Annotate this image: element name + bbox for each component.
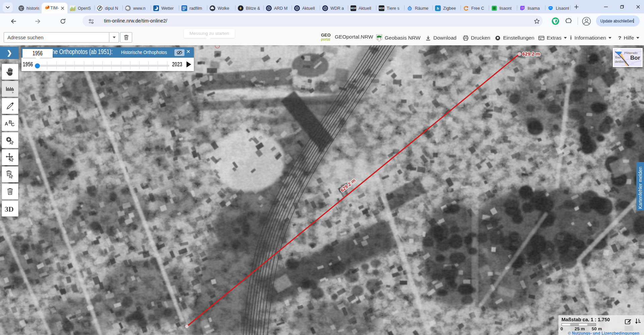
- svg-text:Bad: Bad: [615, 55, 621, 59]
- svg-text:Bor: Bor: [630, 55, 640, 61]
- svg-text:3D: 3D: [5, 205, 14, 213]
- svg-text:GEO: GEO: [321, 33, 331, 38]
- svg-text:desberg: desberg: [615, 60, 626, 63]
- svg-text:629.2 m: 629.2 m: [522, 51, 540, 57]
- svg-text:C: C: [11, 121, 15, 127]
- svg-text:A: A: [5, 121, 8, 126]
- svg-text:portal: portal: [321, 37, 330, 41]
- svg-text:Plittersdo: Plittersdo: [624, 51, 638, 55]
